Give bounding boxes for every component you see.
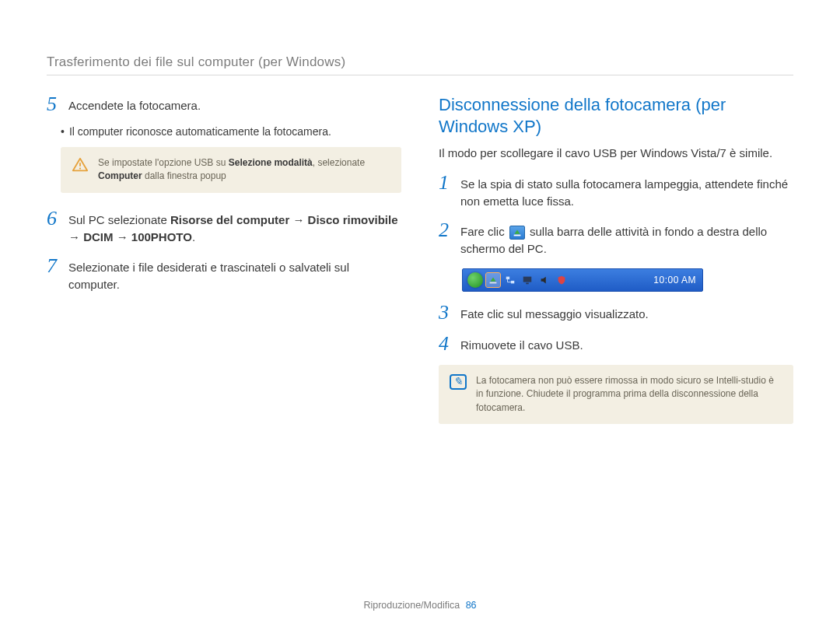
step6-pre: Sul PC selezionate <box>68 213 170 226</box>
info-note: ✎ La fotocamera non può essere rimossa i… <box>439 365 793 424</box>
svg-point-1 <box>79 167 81 169</box>
step-number: 2 <box>439 220 453 257</box>
tray-safely-remove-icon <box>486 273 500 287</box>
step-number: 3 <box>439 303 453 323</box>
step2-pre: Fare clic <box>460 225 508 238</box>
step-body: Accendete la fotocamera. <box>68 94 401 114</box>
step-5: 5 Accendete la fotocamera. <box>47 94 401 114</box>
step-number: 1 <box>439 173 453 210</box>
step-5-bullet: • Il computer riconosce automaticamente … <box>61 125 401 138</box>
step-number: 4 <box>439 334 453 354</box>
step-body: Selezionate i file desiderati e trascina… <box>68 256 401 293</box>
warning-text-pre: Se impostate l'opzione USB su <box>98 157 229 168</box>
page-header: Trasferimento dei file sul computer (per… <box>47 54 793 75</box>
page-footer: Riproduzione/Modifica 86 <box>0 600 840 611</box>
step-7: 7 Selezionate i file desiderati e trasci… <box>47 256 401 293</box>
tray-shield-icon <box>555 273 569 287</box>
step-6: 6 Sul PC selezionate Risorse del compute… <box>47 208 401 246</box>
tray-volume-icon <box>537 273 551 287</box>
step-4: 4 Rimuovete il cavo USB. <box>439 334 793 354</box>
info-note-text: La fotocamera non può essere rimossa in … <box>476 374 782 415</box>
step-number: 5 <box>47 94 61 114</box>
warning-note: Se impostate l'opzione USB su Selezione … <box>61 147 401 193</box>
windows-xp-taskbar: 10:00 AM <box>462 268 703 292</box>
start-button-icon <box>467 272 483 288</box>
step-1: 1 Se la spia di stato sulla fotocamera l… <box>439 173 793 210</box>
svg-rect-5 <box>511 281 514 284</box>
warning-text: Se impostate l'opzione USB su Selezione … <box>98 156 390 184</box>
warning-text-bold1: Selezione modalità <box>229 157 313 168</box>
svg-rect-2 <box>513 235 520 236</box>
step-number: 6 <box>47 208 61 246</box>
left-column: 5 Accendete la fotocamera. • Il computer… <box>47 94 401 440</box>
warning-text-bold2: Computer <box>98 170 142 181</box>
svg-rect-4 <box>506 276 509 279</box>
warning-text-post: dalla finestra popup <box>142 170 226 181</box>
step-body: Fate clic sul messaggio visualizzato. <box>460 303 793 323</box>
warning-triangle-icon <box>72 156 89 173</box>
tray-network-icon <box>503 273 517 287</box>
footer-page-number: 86 <box>466 600 477 611</box>
section-title: Disconnessione della fotocamera (per Win… <box>439 94 793 137</box>
warning-text-mid: , selezionate <box>313 157 365 168</box>
right-column: Disconnessione della fotocamera (per Win… <box>439 94 793 440</box>
info-note-icon: ✎ <box>450 374 467 390</box>
step-2: 2 Fare clic sulla barra delle attività i… <box>439 220 793 257</box>
svg-rect-3 <box>490 282 497 283</box>
safely-remove-hardware-icon <box>509 226 525 240</box>
step-body: Fare clic sulla barra delle attività in … <box>460 220 793 257</box>
bullet-dot: • <box>61 125 65 138</box>
intro-paragraph: Il modo per scollegare il cavo USB per W… <box>439 145 793 162</box>
step-number: 7 <box>47 256 61 293</box>
manual-page: Trasferimento dei file sul computer (per… <box>0 0 840 634</box>
two-column-layout: 5 Accendete la fotocamera. • Il computer… <box>47 94 793 440</box>
svg-rect-7 <box>526 282 529 284</box>
step-body: Se la spia di stato sulla fotocamera lam… <box>460 173 793 210</box>
step-body: Rimuovete il cavo USB. <box>460 334 793 354</box>
tray-monitor-icon <box>520 273 534 287</box>
step6-post: . <box>192 230 195 243</box>
step-body: Sul PC selezionate Risorse del computer … <box>68 208 401 246</box>
taskbar-clock: 10:00 AM <box>653 275 696 285</box>
svg-rect-6 <box>523 276 532 282</box>
footer-section: Riproduzione/Modifica <box>363 600 460 611</box>
step-3: 3 Fate clic sul messaggio visualizzato. <box>439 303 793 323</box>
bullet-text: Il computer riconosce automaticamente la… <box>69 125 331 138</box>
